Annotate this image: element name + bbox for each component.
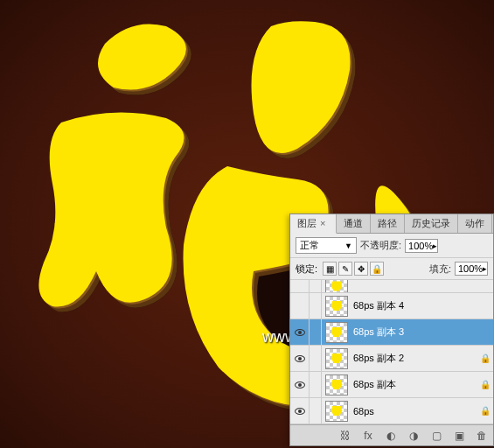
layers-panel: 图层× 通道 路径 历史记录 动作 正常 ▼ 不透明度: 100% ▸ 锁定: … xyxy=(289,214,494,446)
layer-row-above[interactable] xyxy=(290,280,493,293)
layer-row-4[interactable]: 68ps 🔒 xyxy=(290,398,493,424)
panel-footer: ⛓ fx ◐ ◑ ▢ ▣ 🗑 xyxy=(290,424,493,445)
layer-link-cell xyxy=(310,372,322,397)
eye-icon xyxy=(295,382,305,388)
eye-icon xyxy=(295,355,305,362)
fill-value: 100% xyxy=(458,263,483,274)
layer-name[interactable]: 68ps xyxy=(351,406,477,416)
tab-paths[interactable]: 路径 xyxy=(371,214,405,233)
tab-actions[interactable]: 动作 xyxy=(458,214,492,233)
layer-name[interactable]: 68ps 副本 2 xyxy=(351,352,477,365)
new-layer-icon[interactable]: ▣ xyxy=(451,429,467,443)
lock-label: 锁定: xyxy=(296,262,317,276)
tab-channels[interactable]: 通道 xyxy=(337,214,371,233)
lock-position-icon[interactable]: ✥ xyxy=(354,262,368,276)
layer-visibility-toggle[interactable] xyxy=(290,293,310,318)
layer-link-cell xyxy=(310,319,322,345)
layer-row-0[interactable]: 68ps 副本 4 xyxy=(290,293,493,319)
layer-thumbnail[interactable] xyxy=(325,280,348,293)
layer-name[interactable]: 68ps 副本 3 xyxy=(351,326,477,339)
blend-opacity-row: 正常 ▼ 不透明度: 100% ▸ xyxy=(290,234,493,258)
layer-visibility-toggle[interactable] xyxy=(290,398,310,424)
tab-layers-label: 图层 xyxy=(297,218,317,228)
adjustment-icon[interactable]: ◑ xyxy=(406,429,421,443)
layer-name[interactable]: 68ps 副本 xyxy=(351,378,477,391)
layer-visibility-toggle[interactable] xyxy=(290,372,310,397)
trash-icon[interactable]: 🗑 xyxy=(474,429,490,443)
layer-lock-indicator: 🔒 xyxy=(477,354,493,363)
layer-thumbnail[interactable] xyxy=(325,401,348,422)
layer-thumbnail[interactable] xyxy=(325,296,348,317)
tab-layers[interactable]: 图层× xyxy=(290,214,337,234)
chevron-down-icon: ▼ xyxy=(344,242,352,250)
layer-list: 68ps 副本 4 68ps 副本 3 68ps 副本 2 🔒 68ps 副本 … xyxy=(290,280,493,424)
panel-tabs: 图层× 通道 路径 历史记录 动作 xyxy=(290,214,493,234)
fill-label: 填充: xyxy=(429,262,451,276)
opacity-value: 100% xyxy=(408,241,433,251)
opacity-chevron-icon: ▸ xyxy=(433,242,437,250)
blend-mode-value: 正常 xyxy=(300,239,319,252)
link-layers-icon[interactable]: ⛓ xyxy=(337,429,353,443)
layer-thumbnail[interactable] xyxy=(325,322,348,343)
mask-icon[interactable]: ◐ xyxy=(383,429,399,443)
fx-icon[interactable]: fx xyxy=(360,429,376,443)
eye-icon xyxy=(295,329,305,336)
fill-chevron-icon: ▸ xyxy=(483,264,487,273)
layer-row-1[interactable]: 68ps 副本 3 xyxy=(290,319,493,346)
layer-row-3[interactable]: 68ps 副本 🔒 xyxy=(290,372,493,398)
layer-visibility-toggle[interactable] xyxy=(290,346,310,371)
tab-history[interactable]: 历史记录 xyxy=(405,214,458,233)
lock-fill-row: 锁定: ▦ ✎ ✥ 🔒 填充: 100% ▸ xyxy=(290,258,493,280)
layer-lock-indicator: 🔒 xyxy=(477,406,493,416)
layer-name[interactable]: 68ps 副本 4 xyxy=(351,299,477,312)
blend-mode-select[interactable]: 正常 ▼ xyxy=(296,237,357,254)
eye-icon xyxy=(295,408,305,415)
layer-thumbnail[interactable] xyxy=(325,348,348,369)
lock-all-icon[interactable]: 🔒 xyxy=(370,262,384,276)
layer-link-cell xyxy=(310,398,322,424)
lock-icons-group: ▦ ✎ ✥ 🔒 xyxy=(323,262,384,276)
layer-link-cell xyxy=(310,293,322,318)
group-icon[interactable]: ▢ xyxy=(428,429,444,443)
layer-link-cell xyxy=(310,280,322,292)
lock-transparency-icon[interactable]: ▦ xyxy=(323,262,337,276)
opacity-input[interactable]: 100% ▸ xyxy=(405,239,438,253)
fill-input[interactable]: 100% ▸ xyxy=(455,262,488,276)
tab-close-icon[interactable]: × xyxy=(317,218,329,228)
layer-visibility-toggle[interactable] xyxy=(290,319,310,345)
layer-row-2[interactable]: 68ps 副本 2 🔒 xyxy=(290,346,493,372)
layer-visibility-toggle[interactable] xyxy=(290,280,310,292)
opacity-label: 不透明度: xyxy=(360,239,401,252)
layer-lock-indicator: 🔒 xyxy=(477,380,493,389)
lock-pixels-icon[interactable]: ✎ xyxy=(338,262,352,276)
layer-thumbnail[interactable] xyxy=(325,374,348,396)
layer-link-cell xyxy=(310,346,322,371)
